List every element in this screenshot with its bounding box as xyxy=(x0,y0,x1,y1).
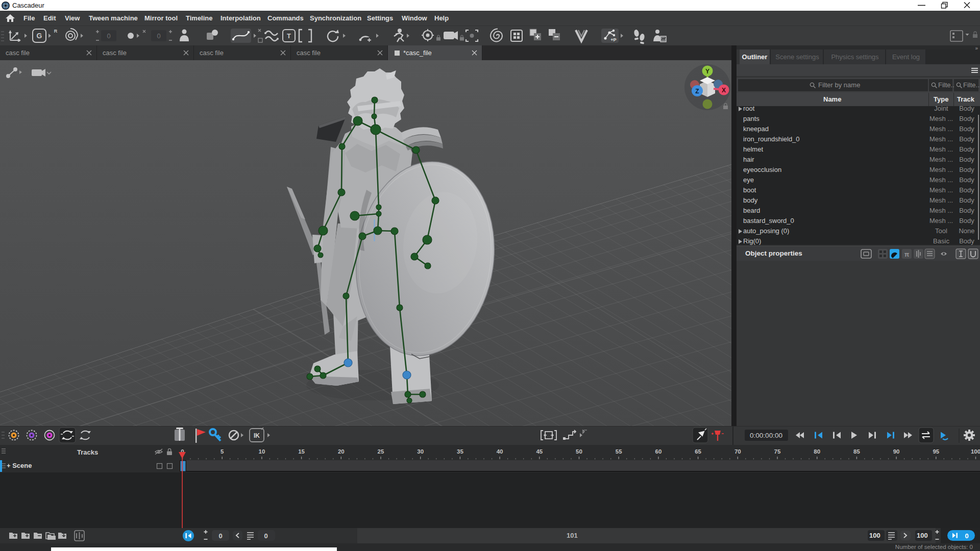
svg-text:10: 10 xyxy=(259,448,265,455)
svg-text:100: 100 xyxy=(971,448,980,455)
svg-text:X: X xyxy=(722,87,726,94)
svg-text:Z: Z xyxy=(695,88,699,95)
svg-text:75: 75 xyxy=(774,448,781,455)
svg-text:T: T xyxy=(287,32,291,40)
svg-text:0: 0 xyxy=(107,32,110,40)
svg-text:90: 90 xyxy=(893,448,900,455)
svg-text:0: 0 xyxy=(965,532,968,540)
svg-text:45: 45 xyxy=(536,448,543,455)
svg-text:G: G xyxy=(37,32,42,40)
svg-text:50: 50 xyxy=(576,448,582,455)
svg-text:0: 0 xyxy=(157,32,160,40)
svg-text:65: 65 xyxy=(695,448,701,455)
svg-text:15: 15 xyxy=(298,448,305,455)
svg-text:35: 35 xyxy=(457,448,463,455)
svg-text:25: 25 xyxy=(378,448,384,455)
svg-text:85: 85 xyxy=(853,448,860,455)
svg-text:Y: Y xyxy=(705,68,709,75)
svg-text:IK: IK xyxy=(254,432,260,439)
svg-text:0: 0 xyxy=(264,532,267,540)
svg-text:80: 80 xyxy=(814,448,820,455)
svg-text:40: 40 xyxy=(497,448,503,455)
svg-text:+P: +P xyxy=(610,37,616,42)
svg-text:5: 5 xyxy=(220,448,224,455)
svg-text:π: π xyxy=(904,251,909,258)
svg-text:0:00:00:00: 0:00:00:00 xyxy=(750,432,782,439)
svg-text:70: 70 xyxy=(734,448,741,455)
svg-text:20: 20 xyxy=(338,448,345,455)
svg-text:60: 60 xyxy=(655,448,662,455)
svg-text:0: 0 xyxy=(218,532,222,540)
svg-text:R: R xyxy=(54,29,58,34)
svg-text:30: 30 xyxy=(417,448,424,455)
svg-text:55: 55 xyxy=(616,448,622,455)
svg-text:95: 95 xyxy=(933,448,939,455)
